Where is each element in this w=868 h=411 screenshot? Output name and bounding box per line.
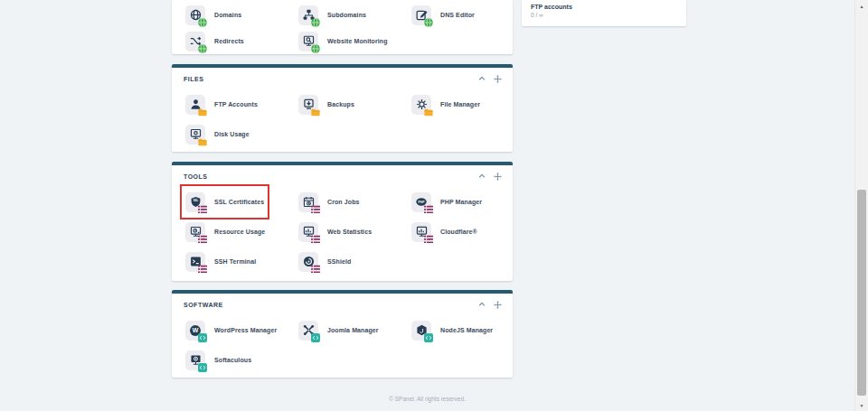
globe-icon xyxy=(185,5,205,25)
svg-text:SSL: SSL xyxy=(193,199,198,202)
move-icon[interactable] xyxy=(494,75,502,83)
item-label: FTP Accounts xyxy=(214,101,258,107)
item-ssh-terminal[interactable]: SSH Terminal xyxy=(185,247,256,276)
chevron-up-icon[interactable] xyxy=(478,301,486,308)
scrollbar-thumb[interactable] xyxy=(857,190,866,396)
calendar-clock-icon xyxy=(298,192,318,212)
item-web-statistics[interactable]: Web Statistics xyxy=(298,217,372,247)
edit-pencil-icon xyxy=(411,5,431,25)
item-label: Redirects xyxy=(214,38,244,44)
move-icon[interactable] xyxy=(494,173,502,181)
item-subdomains[interactable]: Subdomains xyxy=(298,2,366,28)
item-label: NodeJS Manager xyxy=(440,327,493,333)
item-label: File Manager xyxy=(440,101,480,107)
software-header-actions xyxy=(478,301,502,309)
chart-screen-icon xyxy=(411,222,431,242)
item-sshield[interactable]: SShield xyxy=(298,247,351,276)
php-icon: PHP xyxy=(411,192,431,212)
item-label: PHP Manager xyxy=(440,199,482,205)
section-title-software: SOFTWARE xyxy=(184,302,223,308)
item-resource-usage[interactable]: Resource Usage xyxy=(185,217,265,247)
item-label: Joomla Manager xyxy=(327,327,379,333)
chevron-up-icon[interactable] xyxy=(478,75,486,82)
section-card-software: SOFTWARE WWordPress ManagerJoomla Manage… xyxy=(172,290,513,378)
move-icon[interactable] xyxy=(494,301,502,309)
item-label: WordPress Manager xyxy=(214,327,277,333)
screen-disk-icon xyxy=(185,125,205,145)
item-wordpress-manager[interactable]: WWordPress Manager xyxy=(185,315,277,345)
item-label: Domains xyxy=(214,12,241,18)
files-items-grid: FTP AccountsBackupsFile ManagerDisk Usag… xyxy=(172,89,513,149)
item-cloudflare[interactable]: Cloudflare® xyxy=(411,217,477,247)
item-joomla-manager[interactable]: Joomla Manager xyxy=(298,315,379,345)
gear-icon xyxy=(411,95,431,115)
item-disk-usage[interactable]: Disk Usage xyxy=(185,119,250,149)
item-softaculous[interactable]: Softaculous xyxy=(185,345,251,375)
item-ssl-certificates[interactable]: SSLSSL Certificates xyxy=(185,187,264,217)
tools-items-grid: SSLSSL CertificatesCron JobsPHPPHP Manag… xyxy=(172,187,513,276)
item-nodejs-manager[interactable]: NodeJS Manager xyxy=(411,315,493,345)
item-domains[interactable]: Domains xyxy=(185,2,241,28)
nodejs-icon xyxy=(411,321,431,341)
terminal-icon xyxy=(185,252,205,272)
item-label: SShield xyxy=(327,258,351,265)
domains-items-grid: DomainsSubdomainsDNS EditorRedirectsWebs… xyxy=(172,0,513,54)
item-php-manager[interactable]: PHPPHP Manager xyxy=(411,187,482,217)
scrollbar[interactable]: ▲ ▼ xyxy=(854,0,868,411)
item-file-manager[interactable]: File Manager xyxy=(411,89,480,119)
monitor-search-icon xyxy=(298,32,318,51)
item-dns-editor[interactable]: DNS Editor xyxy=(411,2,475,28)
item-label: DNS Editor xyxy=(440,12,475,18)
item-backups[interactable]: Backups xyxy=(298,89,354,119)
item-cron-jobs[interactable]: Cron Jobs xyxy=(298,187,360,217)
software-section-header: SOFTWARE xyxy=(172,294,513,315)
svg-text:PHP: PHP xyxy=(418,201,425,204)
section-card-tools: TOOLS SSLSSL CertificatesCron JobsPHPPHP… xyxy=(172,162,513,281)
item-label: Softaculous xyxy=(214,357,251,363)
screen-smile-icon xyxy=(185,350,205,370)
shuffle-arrows-icon xyxy=(185,32,205,51)
section-card-domains: DomainsSubdomainsDNS EditorRedirectsWebs… xyxy=(172,0,513,54)
item-ftp-accounts[interactable]: FTP Accounts xyxy=(185,89,258,119)
tools-section-header: TOOLS xyxy=(172,165,513,187)
ssl-shield-icon: SSL xyxy=(185,192,205,212)
section-card-files: FILES FTP AccountsBackupsFile ManagerDis… xyxy=(172,64,513,152)
sitemap-icon xyxy=(298,5,318,25)
item-label: Disk Usage xyxy=(214,131,250,137)
item-label: Subdomains xyxy=(327,12,366,18)
gauge-screen-icon xyxy=(185,222,205,242)
section-title-files: FILES xyxy=(184,76,203,82)
item-label: SSH Terminal xyxy=(214,258,256,265)
scroll-down-arrow-icon[interactable]: ▼ xyxy=(855,400,868,410)
stats-card-value: 0 / ∞ xyxy=(531,12,677,18)
section-title-tools: TOOLS xyxy=(184,173,207,180)
download-box-icon xyxy=(298,95,318,115)
item-label: Backups xyxy=(327,101,354,107)
files-section-header: FILES xyxy=(172,68,513,89)
files-header-actions xyxy=(478,75,502,83)
tools-header-actions xyxy=(478,173,502,181)
footer-copyright: © SPanel. All rights reserved. xyxy=(0,396,854,402)
spiral-shield-icon xyxy=(298,252,318,272)
wordpress-icon: W xyxy=(185,321,205,341)
scroll-up-arrow-icon[interactable]: ▲ xyxy=(855,1,868,11)
software-items-grid: WWordPress ManagerJoomla ManagerNodeJS M… xyxy=(172,315,513,375)
item-redirects[interactable]: Redirects xyxy=(185,28,244,54)
user-icon xyxy=(185,95,205,115)
chevron-up-icon[interactable] xyxy=(478,173,486,180)
item-website-monitoring[interactable]: Website Monitoring xyxy=(298,28,388,54)
page: DomainsSubdomainsDNS EditorRedirectsWebs… xyxy=(0,0,868,411)
item-label: Cloudflare® xyxy=(440,229,477,235)
item-label: Cron Jobs xyxy=(327,199,360,205)
chart-screen-icon xyxy=(298,222,318,242)
item-label: Web Statistics xyxy=(327,229,372,235)
joomla-icon xyxy=(298,321,318,341)
usage-stats-card: FTP accounts 0 / ∞ xyxy=(522,0,686,26)
item-label: SSL Certificates xyxy=(214,199,264,205)
item-label: Website Monitoring xyxy=(327,38,388,44)
stats-card-title: FTP accounts xyxy=(531,4,677,10)
item-label: Resource Usage xyxy=(214,229,265,235)
